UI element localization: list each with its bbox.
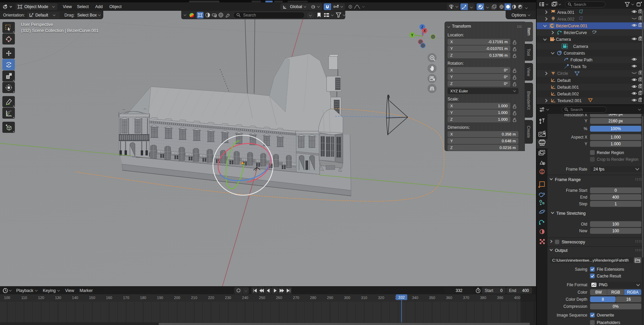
svg-text:400: 400 bbox=[514, 296, 520, 300]
svg-text:Area.001: Area.001 bbox=[557, 10, 574, 15]
svg-text:150: 150 bbox=[89, 296, 95, 300]
svg-text:100: 100 bbox=[612, 229, 619, 233]
svg-text:100: 100 bbox=[4, 296, 10, 300]
svg-text:310: 310 bbox=[361, 296, 367, 300]
svg-text:280: 280 bbox=[310, 296, 316, 300]
svg-text:0: 0 bbox=[615, 188, 617, 193]
svg-text:200: 200 bbox=[174, 296, 180, 300]
svg-text:260: 260 bbox=[276, 296, 282, 300]
svg-text:Z: Z bbox=[421, 25, 423, 29]
svg-text:PNG: PNG bbox=[599, 283, 608, 287]
svg-text:Step: Step bbox=[579, 202, 587, 206]
svg-text:BW: BW bbox=[595, 290, 602, 295]
svg-text:RGBA: RGBA bbox=[627, 290, 639, 295]
svg-text:Frame Rate: Frame Rate bbox=[566, 167, 588, 172]
svg-text:Resolution X: Resolution X bbox=[564, 114, 587, 117]
svg-text:Default.001: Default.001 bbox=[557, 85, 579, 90]
svg-text:24 fps: 24 fps bbox=[593, 167, 605, 172]
svg-text:Y: Y bbox=[585, 142, 587, 146]
svg-text:Texture2.001: Texture2.001 bbox=[557, 98, 582, 103]
svg-text:270: 270 bbox=[293, 296, 299, 300]
svg-text:Default: Default bbox=[557, 78, 571, 83]
svg-text:X: X bbox=[424, 29, 426, 33]
svg-text:%: % bbox=[584, 126, 587, 131]
svg-text:Y: Y bbox=[411, 33, 413, 37]
svg-text:Color: Color bbox=[578, 290, 587, 295]
svg-text:Image Sequence: Image Sequence bbox=[557, 313, 587, 318]
svg-text:2160 px: 2160 px bbox=[609, 119, 623, 123]
svg-text:400: 400 bbox=[612, 195, 619, 200]
svg-text:Saving: Saving bbox=[575, 267, 587, 272]
svg-text:230: 230 bbox=[225, 296, 231, 300]
svg-text:Cache Result: Cache Result bbox=[597, 274, 621, 278]
svg-text:Track To: Track To bbox=[570, 64, 586, 69]
svg-text:Camera: Camera bbox=[573, 44, 588, 49]
svg-text:Compression: Compression bbox=[563, 304, 587, 309]
svg-text:190: 190 bbox=[157, 296, 163, 300]
svg-text:Time Stretching: Time Stretching bbox=[556, 211, 586, 216]
svg-text:340: 340 bbox=[412, 296, 418, 300]
svg-text:0%: 0% bbox=[613, 304, 619, 309]
svg-text:Old: Old bbox=[581, 222, 587, 227]
svg-text:Camera: Camera bbox=[556, 37, 571, 42]
svg-text:C:\Users\nineteentwe...y\Rende: C:\Users\nineteentwe...y\Renderings\Fahr… bbox=[552, 258, 629, 262]
svg-text:220: 220 bbox=[208, 296, 214, 300]
svg-text:3840 px: 3840 px bbox=[609, 114, 623, 116]
svg-text:Color Depth: Color Depth bbox=[566, 297, 587, 302]
svg-text:110: 110 bbox=[21, 296, 27, 300]
svg-text:Follow Path: Follow Path bbox=[570, 58, 592, 62]
svg-text:250: 250 bbox=[259, 296, 265, 300]
svg-text:BézierCurve: BézierCurve bbox=[564, 30, 587, 35]
svg-text:Placeholders: Placeholders bbox=[597, 320, 620, 325]
svg-text:1.000: 1.000 bbox=[611, 135, 621, 140]
svg-text:Area.002: Area.002 bbox=[557, 17, 574, 22]
svg-text:Overwrite: Overwrite bbox=[597, 313, 614, 318]
svg-text:Render Region: Render Region bbox=[597, 150, 624, 155]
svg-text:RGB: RGB bbox=[611, 290, 620, 295]
svg-text:Circle: Circle bbox=[557, 71, 568, 76]
svg-text:130: 130 bbox=[55, 296, 61, 300]
svg-text:New: New bbox=[579, 229, 587, 233]
svg-text:1.000: 1.000 bbox=[611, 142, 621, 146]
svg-text:300: 300 bbox=[344, 296, 350, 300]
svg-text:Y: Y bbox=[585, 119, 587, 123]
svg-text:210: 210 bbox=[191, 296, 197, 300]
svg-text:16: 16 bbox=[626, 297, 631, 302]
svg-text:1: 1 bbox=[615, 202, 617, 206]
svg-text:BézierCurve.001: BézierCurve.001 bbox=[556, 24, 587, 28]
svg-text:320: 320 bbox=[378, 296, 384, 300]
svg-text:170: 170 bbox=[123, 296, 129, 300]
svg-text:Aspect X: Aspect X bbox=[571, 135, 587, 140]
svg-text:File Extensions: File Extensions bbox=[597, 267, 624, 272]
svg-text:350: 350 bbox=[429, 296, 435, 300]
svg-text:180: 180 bbox=[140, 296, 146, 300]
svg-text:120: 120 bbox=[38, 296, 44, 300]
svg-text:Default.002: Default.002 bbox=[557, 92, 579, 96]
svg-text:380: 380 bbox=[480, 296, 486, 300]
svg-text:Crop to Render Region: Crop to Render Region bbox=[597, 157, 638, 162]
svg-text:8: 8 bbox=[602, 297, 604, 302]
svg-text:360: 360 bbox=[446, 296, 452, 300]
svg-text:240: 240 bbox=[242, 296, 248, 300]
svg-text:160: 160 bbox=[106, 296, 112, 300]
svg-text:370: 370 bbox=[463, 296, 469, 300]
svg-text:390: 390 bbox=[497, 296, 503, 300]
svg-text:End: End bbox=[580, 195, 587, 200]
svg-text:140: 140 bbox=[72, 296, 78, 300]
svg-text:332: 332 bbox=[398, 295, 405, 299]
svg-text:Output: Output bbox=[555, 248, 568, 253]
svg-text:Frame Range: Frame Range bbox=[555, 177, 581, 182]
svg-text:100%: 100% bbox=[611, 126, 621, 131]
svg-text:100: 100 bbox=[612, 222, 619, 227]
svg-text:Frame Start: Frame Start bbox=[566, 188, 588, 193]
svg-text:Constraints: Constraints bbox=[564, 51, 585, 56]
svg-text:File Format: File Format bbox=[567, 283, 587, 287]
svg-text:290: 290 bbox=[327, 296, 333, 300]
svg-text:Stereoscopy: Stereoscopy bbox=[562, 240, 585, 244]
